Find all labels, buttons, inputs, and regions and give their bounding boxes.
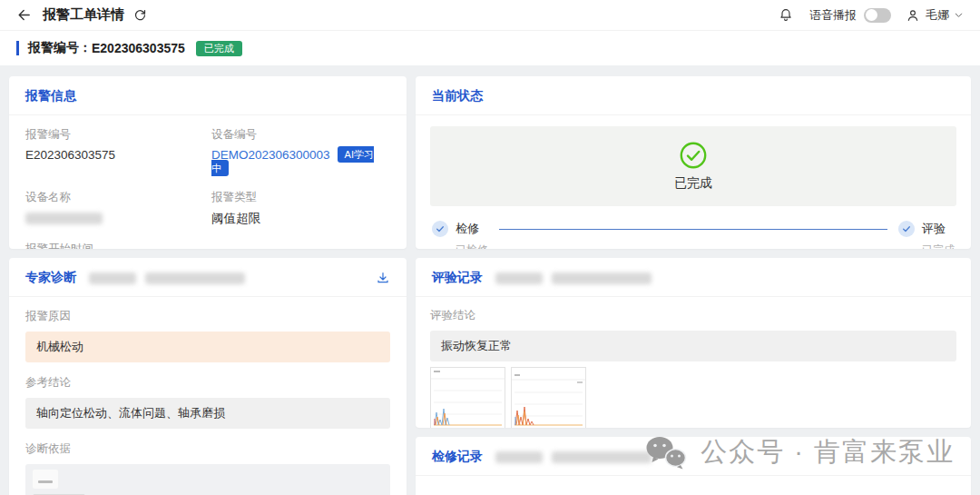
success-check-icon: [679, 141, 708, 170]
alarm-info-title: 报警信息: [25, 88, 76, 104]
voice-broadcast-label: 语音播报: [809, 7, 857, 24]
step-connector-line: [499, 229, 887, 230]
refresh-icon: [133, 8, 147, 22]
reference-conclusion-label: 参考结论: [25, 375, 390, 391]
step-sub: 已完成: [922, 243, 955, 249]
evaluation-conclusion-value: 振动恢复正常: [430, 331, 956, 361]
step-label: 检修: [456, 221, 488, 237]
field-start-time: 报警开始时间 2023-03-16 12:00:58: [25, 242, 211, 249]
field-alarm-no: 报警编号 E202306303575: [25, 127, 211, 175]
download-button[interactable]: [376, 271, 390, 285]
alarm-workorder-detail-page: 报警工单详情 语音播报 毛娜 报警编号： E202306303575 已完成: [0, 0, 980, 495]
evaluation-record-title: 评验记录: [432, 270, 483, 286]
attachment-tag-redacted: [33, 470, 58, 489]
reference-conclusion-value: 轴向定位松动、流体问题、轴承磨损: [25, 398, 390, 429]
voice-broadcast-toggle[interactable]: [864, 8, 891, 23]
expert-diagnosis-title: 专家诊断: [25, 270, 76, 286]
repair-time-redacted: [552, 451, 652, 463]
alarm-no-label: 报警编号: [25, 127, 211, 143]
evaluation-person-redacted: [495, 272, 543, 284]
order-number-value: E202306303575: [92, 41, 185, 55]
field-device-no: 设备编号 DEMO202306300003AI学习中: [211, 127, 390, 175]
alarm-type-label: 报警类型: [211, 190, 390, 205]
device-no-link[interactable]: DEMO202306300003: [211, 148, 330, 162]
spectrum-chart-thumbnail-2[interactable]: [511, 367, 586, 428]
chevron-down-icon: [954, 10, 964, 20]
toggle-knob: [866, 9, 877, 21]
alarm-reason-value: 机械松动: [25, 332, 390, 362]
subheader: 报警编号： E202306303575 已完成: [0, 31, 980, 65]
step-check-icon: [432, 221, 448, 237]
alarm-no-value: E202306303575: [25, 148, 211, 162]
alarm-type-value: 阈值超限: [211, 211, 390, 227]
back-button[interactable]: [16, 7, 32, 23]
order-number-label: 报警编号：: [28, 40, 92, 56]
evaluation-conclusion-label: 评验结论: [430, 308, 956, 323]
field-alarm-type: 报警类型 阈值超限: [211, 190, 390, 227]
device-name-label: 设备名称: [25, 190, 211, 205]
user-avatar-icon: [906, 8, 920, 23]
back-arrow-icon: [16, 7, 32, 23]
alarm-info-card: 报警信息 报警编号 E202306303575 设备编号 DEMO2023063…: [9, 76, 407, 249]
bell-icon: [779, 7, 793, 23]
spectrum-chart-thumbnail-1[interactable]: [430, 367, 505, 428]
diagnosis-basis-label: 诊断依据: [25, 441, 390, 457]
repair-record-card: 检修记录: [416, 437, 971, 495]
notification-bell-button[interactable]: [779, 7, 793, 23]
stepper: 检修 已检修 评验 已完成: [430, 221, 956, 249]
refresh-button[interactable]: [133, 8, 147, 22]
current-status-title: 当前状态: [432, 88, 483, 104]
step-label: 评验: [922, 221, 955, 237]
diagnosis-meta-redacted: [89, 272, 136, 284]
accent-bar: [16, 41, 19, 55]
download-icon: [376, 271, 390, 285]
field-device-name: 设备名称: [25, 190, 211, 227]
current-status-card: 当前状态 已完成 检修 已检修: [416, 76, 971, 249]
diagnosis-basis-panel: [25, 464, 390, 495]
device-name-redacted: [25, 213, 103, 224]
evaluation-time-redacted: [552, 272, 652, 284]
status-text: 已完成: [674, 175, 712, 192]
step-repair: 检修 已检修: [432, 221, 488, 249]
evaluation-record-card: 评验记录 评验结论 振动恢复正常: [416, 258, 971, 428]
repair-person-redacted: [495, 451, 543, 463]
step-check-icon: [898, 221, 915, 237]
status-badge: 已完成: [196, 41, 242, 56]
device-no-label: 设备编号: [211, 127, 390, 143]
alarm-reason-label: 报警原因: [25, 309, 390, 324]
start-time-label: 报警开始时间: [25, 242, 211, 249]
user-menu[interactable]: 毛娜: [926, 7, 964, 24]
diagnosis-time-redacted: [145, 272, 245, 284]
user-name: 毛娜: [926, 7, 949, 24]
status-panel: 已完成: [430, 126, 956, 206]
step-sub: 已检修: [456, 243, 488, 249]
content-area: 报警信息 报警编号 E202306303575 设备编号 DEMO2023063…: [0, 65, 980, 495]
repair-record-title: 检修记录: [432, 449, 483, 465]
page-title: 报警工单详情: [43, 6, 124, 24]
step-evaluate: 评验 已完成: [898, 221, 955, 249]
expert-diagnosis-card: 专家诊断 报警原因 机械松动 参考结论 轴向定位松动、流体问题、轴承磨损 诊断依…: [9, 258, 407, 495]
topbar: 报警工单详情 语音播报 毛娜: [0, 0, 980, 31]
